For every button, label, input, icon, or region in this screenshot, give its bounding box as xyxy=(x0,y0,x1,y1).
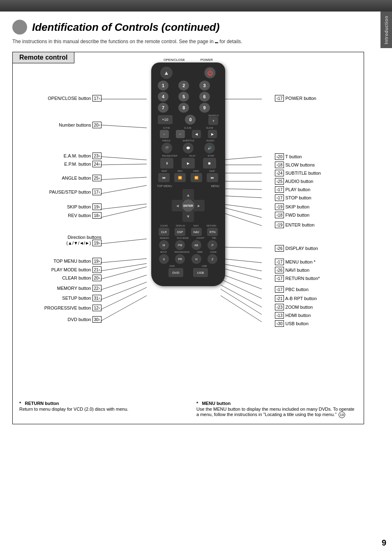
btn-1[interactable]: 1 xyxy=(158,81,168,90)
btn-slow-fwd[interactable]: ▶ xyxy=(208,130,217,138)
pbc-label-remote: PBC xyxy=(212,237,216,239)
btn-9[interactable]: 9 xyxy=(199,103,210,113)
btn-audio[interactable]: 🔊 xyxy=(204,143,215,153)
svg-line-23 xyxy=(221,204,262,209)
btn-rev[interactable]: ⏪ xyxy=(174,173,186,182)
play-label-top: PLAY xyxy=(189,155,196,157)
svg-line-4 xyxy=(101,177,147,180)
clear-label-remote: CLEAR xyxy=(160,224,168,227)
btn-plus10[interactable]: +10 xyxy=(158,115,173,124)
top-bar xyxy=(0,0,392,12)
btn-play[interactable]: ▶ xyxy=(182,158,195,169)
btn-zoom[interactable]: Z xyxy=(208,254,217,264)
btn-slow-back[interactable]: ◀ xyxy=(192,130,201,138)
btn-navi[interactable]: NAV xyxy=(191,228,202,236)
label-skip-left: SKIP button 19 › xyxy=(67,204,101,210)
btn-7[interactable]: 7 xyxy=(158,103,168,113)
btn-8[interactable]: 8 xyxy=(178,103,189,113)
svg-line-14 xyxy=(101,287,147,310)
btn-progressive[interactable]: PR xyxy=(175,254,185,264)
btn-hdmi[interactable]: H xyxy=(191,254,201,264)
btn-left[interactable]: ◄ xyxy=(172,200,183,211)
open-close-btn[interactable]: ▲ xyxy=(160,67,173,79)
btn-stop[interactable]: ⏹ xyxy=(203,158,216,169)
power-btn[interactable]: ⏻ xyxy=(204,67,216,79)
label-subtitle-right: ‹ 24 SUBTITLE button xyxy=(275,170,321,176)
btn-down[interactable]: ▼ xyxy=(182,210,194,222)
btn-subtitle[interactable]: 💬 xyxy=(183,143,194,153)
btn-memory[interactable]: M xyxy=(159,240,169,250)
remote-image: OPEN/CLOSE POWER ▲ ⏻ 1 2 3 4 5 xyxy=(151,58,225,286)
btn-setup[interactable]: S xyxy=(159,254,169,264)
label-memory: MEMORY button 22 › xyxy=(57,285,101,291)
svg-line-8 xyxy=(101,239,147,244)
svg-line-25 xyxy=(221,212,262,226)
label-setup: SETUP button 31 › xyxy=(62,295,101,301)
svg-line-2 xyxy=(101,157,147,160)
label-audio-right: ‹ 25 AUDIO button xyxy=(275,178,313,185)
stop-label-top: STOP xyxy=(208,155,214,157)
svg-line-11 xyxy=(101,267,147,279)
btn-up[interactable]: ▲ xyxy=(182,189,194,201)
btn-2[interactable]: 2 xyxy=(178,81,189,90)
svg-line-17 xyxy=(221,157,262,160)
footnotes: * RETURN button Return to menu display f… xyxy=(19,401,357,418)
d-pad-container: ▲ ▼ ◄ ► ENTER xyxy=(156,189,220,222)
label-stop-right: ‹ 17 STOP button xyxy=(275,194,311,201)
slow-label: SLOW xyxy=(206,127,213,129)
dvd-label-remote: DVD xyxy=(170,265,175,267)
label-top-menu: TOP MENU button 19 › xyxy=(53,258,101,264)
btn-5[interactable]: 5 xyxy=(178,92,189,102)
title-area: Identification of Controls (continued) xyxy=(12,20,364,35)
btn-6[interactable]: 6 xyxy=(199,92,210,102)
footnote-ref: 19 xyxy=(339,412,345,418)
hdmi-label-remote: HDMI xyxy=(197,251,203,253)
btn-0[interactable]: 0 xyxy=(185,115,196,125)
btn-pause-step[interactable]: ⏸ xyxy=(160,158,173,169)
btn-4[interactable]: 4 xyxy=(158,92,168,102)
btn-pbc[interactable]: P xyxy=(208,240,217,250)
label-play-mode: PLAY MODE button 21 › xyxy=(51,266,101,273)
page-title: Identification of Controls (continued) xyxy=(32,21,219,34)
label-t-button: ‹ 20 T button xyxy=(275,153,302,160)
btn-t[interactable]: T xyxy=(208,117,218,125)
svg-line-9 xyxy=(101,259,147,263)
audio-label: AUDIO xyxy=(206,139,214,142)
btn-epm[interactable]: − xyxy=(160,130,169,138)
btn-return[interactable]: RTN xyxy=(207,228,218,236)
btn-dvd[interactable]: DVD xyxy=(168,268,183,277)
abrpt-label-remote: A-B RPT xyxy=(196,237,205,239)
btn-3[interactable]: 3 xyxy=(199,81,210,90)
label-fwd-right: ‹ 18 FWD button xyxy=(275,212,309,218)
btn-angle[interactable]: 🎬 xyxy=(161,143,172,153)
btn-play-mode[interactable]: PM xyxy=(175,240,185,250)
btn-eam[interactable]: − xyxy=(176,130,185,138)
btn-skip-fwd[interactable]: ⏭ xyxy=(207,173,218,182)
btn-clear[interactable]: CLR xyxy=(159,228,169,236)
remote-body: ▲ ⏻ 1 2 3 4 5 6 7 8 9 xyxy=(151,62,225,286)
power-label-top: POWER xyxy=(201,58,213,62)
label-pause-step: PAUSE/STEP button 17 › xyxy=(49,189,101,195)
label-dvd: DVD button 30 › xyxy=(68,316,101,323)
btn-enter[interactable]: ENTER xyxy=(182,199,194,212)
svg-line-32 xyxy=(221,285,262,307)
svg-line-6 xyxy=(101,204,147,209)
svg-line-24 xyxy=(221,207,262,217)
label-pbc-right: ‹ 17 PBC button xyxy=(275,286,309,293)
label-slow-buttons: ‹ 18 SLOW buttons xyxy=(275,162,315,168)
eam-label: E.A.M. xyxy=(184,127,192,129)
top-btn-area: ▲ ⏻ xyxy=(156,67,220,79)
label-eam: E.A.M. button 23 › xyxy=(64,153,101,159)
svg-line-10 xyxy=(101,264,147,271)
memory-label-remote: MEMORY xyxy=(160,237,169,239)
svg-line-34 xyxy=(221,296,262,322)
btn-skip-back[interactable]: ⏮ xyxy=(158,173,170,182)
footnote-return-title: * RETURN button xyxy=(19,401,180,406)
btn-usb[interactable]: USB xyxy=(193,268,208,277)
btn-display[interactable]: DSP xyxy=(175,228,185,236)
btn-fwd[interactable]: ⏩ xyxy=(191,173,202,182)
svg-line-31 xyxy=(221,279,262,298)
btn-ab-rpt[interactable]: AB xyxy=(191,240,201,250)
btn-right[interactable]: ► xyxy=(193,200,205,211)
navi-label-remote: NAVI xyxy=(194,224,198,227)
